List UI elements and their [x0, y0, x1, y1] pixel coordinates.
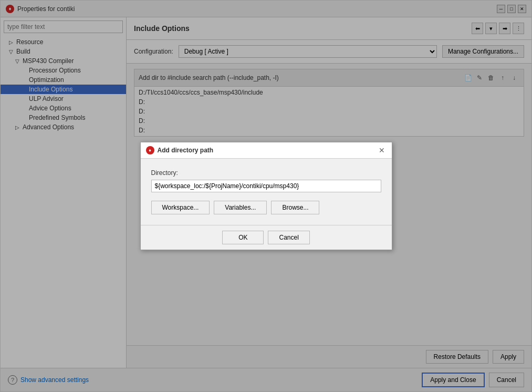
dialog-title-bar: ♦ Add directory path ✕	[141, 142, 392, 159]
dialog-close-button[interactable]: ✕	[377, 146, 387, 155]
variables-button[interactable]: Variables...	[214, 201, 267, 214]
dialog-app-icon: ♦	[146, 146, 154, 154]
main-window: ♦ Properties for contiki ─ □ ✕ ▷ Resourc…	[0, 0, 532, 392]
dialog-cancel-button[interactable]: Cancel	[268, 231, 309, 244]
dialog-ok-button[interactable]: OK	[222, 231, 264, 244]
browse-button[interactable]: Browse...	[271, 201, 319, 214]
add-directory-dialog: ♦ Add directory path ✕ Directory: Worksp…	[140, 142, 392, 250]
directory-label: Directory:	[151, 169, 381, 177]
dialog-body: Directory: Workspace... Variables... Bro…	[141, 159, 392, 225]
dialog-title-left: ♦ Add directory path	[146, 146, 214, 154]
dialog-overlay: ♦ Add directory path ✕ Directory: Worksp…	[1, 1, 531, 391]
directory-input[interactable]	[151, 180, 381, 192]
dialog-footer: OK Cancel	[141, 225, 392, 250]
dialog-action-buttons: Workspace... Variables... Browse...	[151, 201, 381, 214]
dialog-title: Add directory path	[158, 147, 214, 154]
workspace-button[interactable]: Workspace...	[151, 201, 210, 214]
